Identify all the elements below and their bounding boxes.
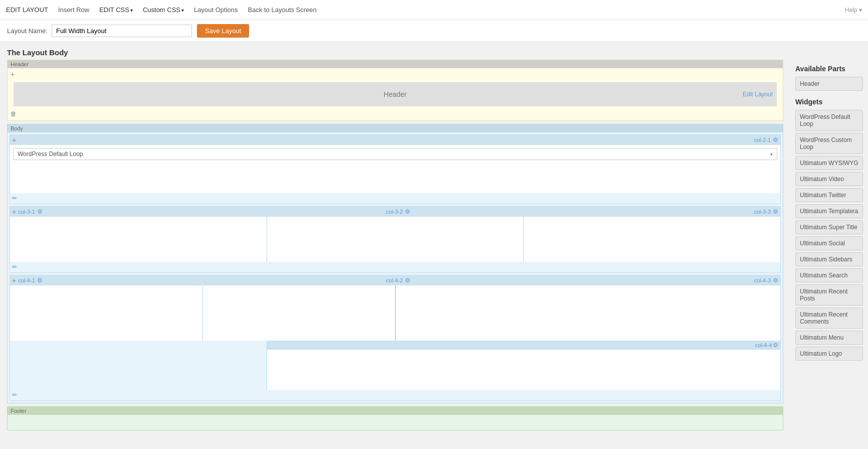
widget-item-11[interactable]: Ultimatum Recent Comments: [795, 308, 863, 329]
layout-name-input[interactable]: [52, 25, 192, 37]
help-link[interactable]: Help ▾: [845, 7, 862, 14]
widget-label-1: WordPress Default Loop: [18, 151, 83, 158]
gear-icon-3-3[interactable]: ⚙: [773, 208, 778, 215]
row-2-top-bar: + col-3-1 ⚙ col-3-2 ⚙ col-3-3 ⚙: [10, 207, 780, 217]
main-container: Header + Header Edit Layout 🗑: [0, 60, 868, 449]
widget-item-12[interactable]: Ultimatum Menu: [795, 331, 863, 345]
col-3-3-label: col-3-3: [754, 209, 771, 215]
edit-pencil-icon-2[interactable]: ✏: [12, 263, 17, 270]
header-cell: Header Edit Layout: [14, 82, 777, 106]
trash-icon[interactable]: 🗑: [11, 110, 17, 117]
layout-row-3: + col-4-1 ⚙ col-4-2 ⚙ col-4-3 ⚙: [10, 275, 781, 401]
row-3-top-cols: [10, 285, 780, 341]
widget-item-8[interactable]: Ultimatum Sidebars: [795, 252, 863, 266]
col-2-1-label: col-2-1: [754, 137, 771, 143]
available-parts-list: Header: [795, 77, 863, 91]
widget-item-6[interactable]: Ultimatum Super Title: [795, 220, 863, 234]
col-3-1-cell: [10, 217, 267, 262]
body-section: Body + col-2-1 ⚙ WordPress Default Loop …: [7, 124, 783, 403]
col-4-1-bottom: [10, 341, 267, 390]
row-1-edit-bar: ✏: [10, 193, 780, 204]
layout-name-row: Layout Name: Save Layout: [0, 20, 868, 42]
row-3-top-bar: + col-4-1 ⚙ col-4-2 ⚙ col-4-3 ⚙: [10, 275, 780, 285]
chevron-down-icon: ▾: [130, 8, 133, 13]
page-title: The Layout Body: [0, 42, 868, 60]
add-col-icon-3[interactable]: +: [12, 276, 16, 284]
widget-item-4[interactable]: Ultimatum Twitter: [795, 188, 863, 202]
layout-row-1: + col-2-1 ⚙ WordPress Default Loop ▾ ✏: [10, 134, 781, 204]
header-section: Header + Header Edit Layout 🗑: [7, 60, 783, 121]
row-3-edit-bar: ✏: [10, 390, 780, 400]
header-section-label: Header: [8, 60, 783, 68]
row-3-bottom: col-4-4 ⚙: [10, 341, 780, 390]
col-4-4-header: col-4-4 ⚙: [267, 341, 780, 350]
widget-item-10[interactable]: Ultimatum Recent Posts: [795, 284, 863, 306]
col-3-1-label: col-3-1: [18, 209, 35, 215]
widget-item-1[interactable]: WordPress Custom Loop: [795, 133, 863, 154]
col-3-2-label: col-3-2: [386, 209, 403, 215]
row-1-top-bar: + col-2-1 ⚙: [10, 135, 780, 145]
gear-icon-3-2[interactable]: ⚙: [405, 208, 410, 215]
chevron-down-icon: ▾: [770, 152, 773, 157]
chevron-down-icon: ▾: [181, 8, 184, 13]
col-3-3-cell: [524, 217, 780, 262]
custom-css-dropdown[interactable]: Custom CSS▾: [143, 6, 184, 14]
gear-icon-4-2[interactable]: ⚙: [405, 277, 410, 284]
widgets-title: Widgets: [795, 98, 863, 106]
add-col-icon-2[interactable]: +: [12, 208, 16, 216]
widget-item-3[interactable]: Ultimatum Video: [795, 172, 863, 186]
row-2-edit-bar: ✏: [10, 262, 780, 272]
col-4-3-label: col-4-3: [754, 277, 771, 283]
insert-row-link[interactable]: Insert Row: [58, 6, 89, 14]
widget-item-0[interactable]: WordPress Default Loop: [795, 110, 863, 131]
layout-row-2: + col-3-1 ⚙ col-3-2 ⚙ col-3-3 ⚙ ✏: [10, 206, 781, 273]
widgets-list: WordPress Default LoopWordPress Custom L…: [795, 110, 863, 361]
add-row-icon[interactable]: +: [11, 70, 15, 78]
gear-icon-3-1[interactable]: ⚙: [37, 208, 43, 215]
col-4-4-container: col-4-4 ⚙: [267, 341, 780, 390]
top-bar: EDIT LAYOUT Insert Row EDIT CSS▾ Custom …: [0, 0, 868, 20]
gear-icon-4-1[interactable]: ⚙: [37, 277, 43, 284]
widget-item-7[interactable]: Ultimatum Social: [795, 236, 863, 250]
gear-icon[interactable]: ⚙: [773, 136, 778, 143]
footer-section: Footer: [7, 406, 783, 430]
col-4-2-label: col-4-2: [386, 277, 403, 283]
available-parts-title: Available Parts: [795, 65, 863, 73]
col-4-3-container: [395, 285, 780, 341]
header-cell-inner: Header Edit Layout: [14, 82, 777, 106]
edit-pencil-icon-3[interactable]: ✏: [12, 391, 17, 398]
add-col-icon[interactable]: +: [12, 136, 16, 144]
edit-layout-link[interactable]: Edit Layout: [743, 91, 773, 98]
col-2-1-cell: WordPress Default Loop ▾: [10, 145, 780, 193]
widget-item-2[interactable]: Ultimatum WYSIWYG: [795, 156, 863, 170]
col-4-4-cell: [267, 350, 780, 390]
edit-layout-title: EDIT LAYOUT: [6, 6, 48, 14]
col-4-1-label: col-4-1: [18, 277, 35, 283]
sidebar: Available Parts Header Widgets WordPress…: [790, 60, 868, 449]
widget-item-5[interactable]: Ultimatum Templatera: [795, 204, 863, 218]
widget-item-13[interactable]: Ultimatum Logo: [795, 347, 863, 361]
col-4-2-cell: [203, 285, 396, 341]
edit-css-dropdown[interactable]: EDIT CSS▾: [99, 6, 133, 14]
back-to-layouts-link[interactable]: Back to Layouts Screen: [248, 6, 317, 14]
layout-options-link[interactable]: Layout Options: [194, 6, 238, 14]
row-2-cols: [10, 217, 780, 262]
widget-dropdown-1[interactable]: WordPress Default Loop ▾: [13, 148, 777, 160]
col-4-4-label: col-4-4: [755, 342, 772, 348]
body-section-label: Body: [8, 124, 783, 132]
row-1-cols: WordPress Default Loop ▾: [10, 145, 780, 193]
widget-item-9[interactable]: Ultimatum Search: [795, 268, 863, 282]
save-layout-button[interactable]: Save Layout: [197, 24, 249, 38]
col-4-1-cell: [10, 285, 203, 341]
header-label: Header: [384, 90, 407, 98]
gear-icon-4-3[interactable]: ⚙: [773, 277, 778, 284]
col-3-2-cell: [267, 217, 524, 262]
layout-name-label: Layout Name:: [7, 27, 48, 35]
available-part-header[interactable]: Header: [795, 77, 863, 91]
edit-pencil-icon[interactable]: ✏: [12, 195, 17, 202]
footer-section-label: Footer: [8, 407, 783, 415]
gear-icon-4-4[interactable]: ⚙: [773, 342, 778, 349]
layout-area: Header + Header Edit Layout 🗑: [0, 60, 790, 449]
